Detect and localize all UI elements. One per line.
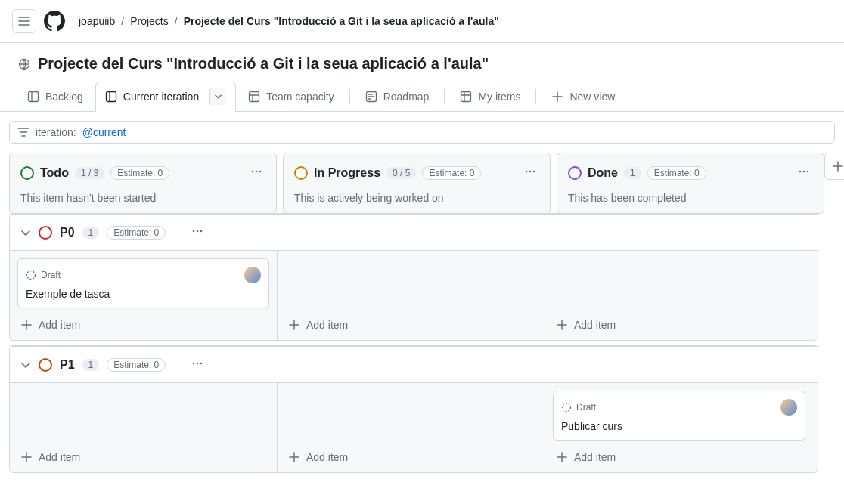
group-estimate: Estimate: 0 <box>107 226 166 240</box>
kebab-icon <box>798 165 810 178</box>
svg-point-9 <box>526 171 528 173</box>
column-more-button[interactable] <box>521 162 539 183</box>
lane-todo-p0[interactable]: Draft Exemple de tasca Add item <box>10 251 278 340</box>
draft-icon <box>561 402 572 413</box>
svg-point-13 <box>803 171 805 173</box>
kebab-icon <box>191 225 203 237</box>
public-icon <box>18 58 30 70</box>
breadcrumb-project: Projecte del Curs "Introducció a Git i l… <box>184 15 499 27</box>
svg-point-15 <box>193 230 195 233</box>
tabs: Backlog Current iteration Team capacity … <box>0 73 844 112</box>
plus-icon <box>20 451 33 463</box>
priority-icon-p0 <box>39 226 52 240</box>
table-icon <box>248 91 260 103</box>
board: Todo 1 / 3 Estimate: 0 This item hasn't … <box>0 153 844 488</box>
column-done: Done 1 Estimate: 0 This has been complet… <box>557 153 824 214</box>
lane-inprogress-p0[interactable]: Add item <box>278 251 545 340</box>
breadcrumb-sep: / <box>121 15 124 27</box>
group-p1: P1 1 Estimate: 0 Add item <box>9 345 818 473</box>
column-title: Done <box>588 166 618 180</box>
project-icon <box>105 91 117 103</box>
breadcrumb-user[interactable]: joapuiib <box>79 15 115 27</box>
card-status: Draft <box>41 270 61 280</box>
tab-backlog[interactable]: Backlog <box>18 85 92 109</box>
tab-roadmap[interactable]: Roadmap <box>356 85 439 109</box>
column-in-progress: In Progress 0 / 5 Estimate: 0 This is ac… <box>283 153 551 214</box>
plus-icon <box>832 160 844 172</box>
svg-point-11 <box>533 171 535 173</box>
column-count: 1 <box>624 167 641 179</box>
column-desc: This is actively being worked on <box>284 192 550 213</box>
priority-icon-p1 <box>39 358 52 372</box>
collapse-toggle[interactable] <box>20 360 31 370</box>
draft-icon <box>26 270 36 280</box>
lane-done-p1[interactable]: Draft Publicar curs Add item <box>545 383 813 472</box>
svg-point-19 <box>193 363 195 365</box>
title-row: Projecte del Curs "Introducció a Git i l… <box>0 43 844 73</box>
collapse-toggle[interactable] <box>20 227 31 238</box>
column-estimate: Estimate: 0 <box>647 166 706 180</box>
column-more-button[interactable] <box>795 162 813 183</box>
breadcrumb-section[interactable]: Projects <box>130 15 169 27</box>
card[interactable]: Draft Publicar curs <box>553 391 805 441</box>
group-header: P0 1 Estimate: 0 <box>10 214 818 251</box>
filter-label: iteration: <box>36 126 76 138</box>
menu-button[interactable] <box>12 9 36 33</box>
svg-point-6 <box>252 171 254 173</box>
add-item-button[interactable]: Add item <box>17 308 269 332</box>
svg-point-8 <box>259 171 262 173</box>
tab-current-iteration[interactable]: Current iteration <box>95 82 236 112</box>
card[interactable]: Draft Exemple de tasca <box>17 258 269 308</box>
status-icon-done <box>568 166 582 180</box>
lane-done-p0[interactable]: Add item <box>545 251 813 340</box>
lane-todo-p1[interactable]: Add item <box>10 383 278 472</box>
add-item-label: Add item <box>574 319 616 331</box>
svg-point-16 <box>197 230 199 233</box>
add-item-button[interactable]: Add item <box>553 308 805 332</box>
group-more-button[interactable] <box>188 354 206 375</box>
tab-new-view[interactable]: New view <box>542 85 624 109</box>
kebab-icon <box>250 165 262 178</box>
group-estimate: Estimate: 0 <box>107 358 166 372</box>
add-item-label: Add item <box>39 319 80 331</box>
card-header: Draft <box>26 267 261 283</box>
tab-label: New view <box>569 91 615 103</box>
svg-point-20 <box>197 363 199 365</box>
filter-icon <box>17 126 29 138</box>
add-item-button[interactable]: Add item <box>285 441 537 465</box>
group-header: P1 1 Estimate: 0 <box>10 346 818 383</box>
add-item-button[interactable]: Add item <box>553 441 805 465</box>
group-title: P1 <box>60 358 75 372</box>
avatar[interactable] <box>780 399 797 416</box>
plus-icon <box>556 319 568 331</box>
add-item-button[interactable]: Add item <box>285 308 537 332</box>
add-item-button[interactable]: Add item <box>17 441 269 465</box>
add-item-label: Add item <box>306 319 348 331</box>
plus-icon <box>556 451 568 463</box>
svg-point-12 <box>799 171 802 173</box>
column-header: Done 1 Estimate: 0 <box>557 153 824 192</box>
svg-point-21 <box>200 363 203 365</box>
github-icon <box>44 11 65 32</box>
group-p0: P0 1 Estimate: 0 Draft <box>9 213 818 341</box>
column-header: In Progress 0 / 5 Estimate: 0 <box>284 153 550 192</box>
tab-label: Team capacity <box>266 91 334 103</box>
group-more-button[interactable] <box>188 222 206 243</box>
add-item-label: Add item <box>39 451 80 463</box>
tab-dropdown-button[interactable] <box>209 88 226 105</box>
avatar[interactable] <box>244 267 261 283</box>
tab-my-items[interactable]: My items <box>451 85 529 109</box>
svg-point-18 <box>27 271 36 280</box>
tab-team-capacity[interactable]: Team capacity <box>239 85 343 109</box>
page-title: Projecte del Curs "Introducció a Git i l… <box>38 55 489 73</box>
github-logo[interactable] <box>42 9 67 33</box>
app-header: joapuiib / Projects / Projecte del Curs … <box>0 0 844 43</box>
roadmap-icon <box>365 91 377 103</box>
kebab-icon <box>524 165 536 178</box>
lane-inprogress-p1[interactable]: Add item <box>278 383 545 472</box>
column-more-button[interactable] <box>247 162 265 183</box>
tab-label: Roadmap <box>383 91 430 103</box>
filter-bar[interactable]: iteration:@current <box>9 121 835 144</box>
add-column-button[interactable] <box>824 153 844 180</box>
group-count: 1 <box>82 359 100 371</box>
